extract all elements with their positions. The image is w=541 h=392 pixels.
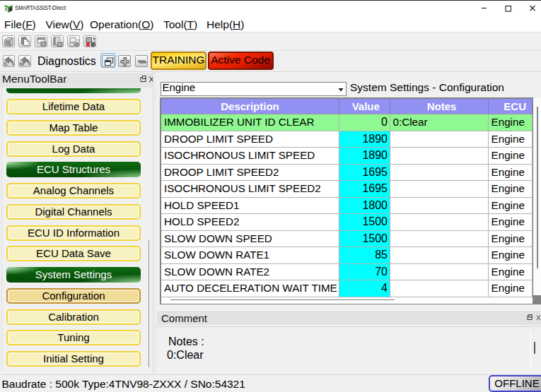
svg-text:S: S — [4, 61, 8, 67]
svg-text:M: M — [19, 61, 24, 67]
